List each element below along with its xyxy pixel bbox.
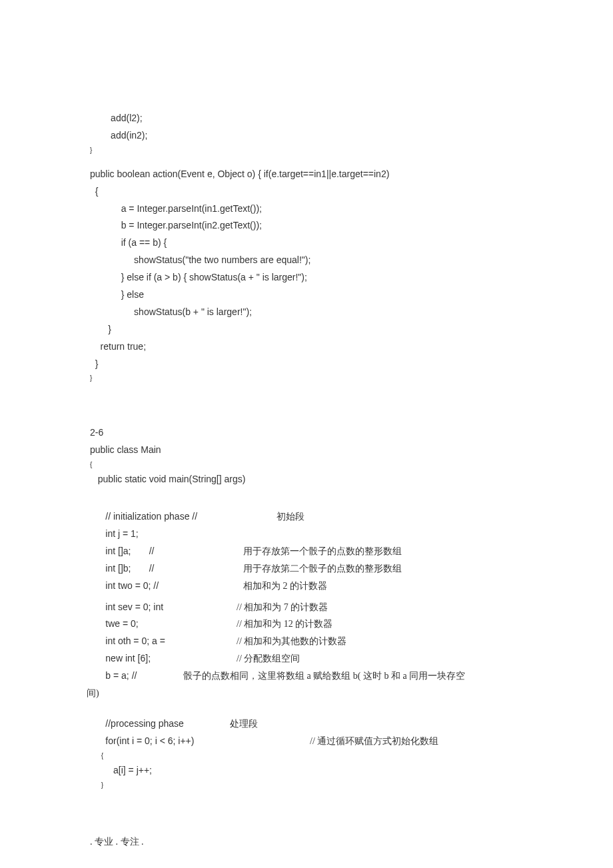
code-line: return true; — [90, 338, 523, 356]
code-block-1: add(l2); add(in2); } public boolean acti… — [90, 110, 523, 384]
code-left: int sev = 0; int — [90, 599, 237, 616]
code-line: } — [90, 145, 523, 157]
code-line: showStatus("the two numbers are equal!")… — [90, 252, 523, 269]
code-comment-row: twe = 0; // 相加和为 12 的计数器 — [90, 616, 523, 633]
code-line: { — [90, 459, 523, 471]
code-comment-row: int oth = 0; a = // 相加和为其他数的计数器 — [90, 633, 523, 650]
code-left: twe = 0; — [90, 616, 237, 633]
code-comment-row: // initialization phase // 初始段 — [90, 508, 523, 526]
comment-right: 处理段 — [230, 715, 258, 733]
comment-right: // 分配数组空间 — [237, 650, 300, 667]
code-line: showStatus(b + " is larger!"); — [90, 304, 523, 321]
comment-right: 骰子的点数相同，这里将数组 a 赋给数组 b( 这时 b 和 a 同用一块存空 — [183, 667, 465, 685]
code-line: 间) — [87, 685, 523, 702]
code-left: int []a; // — [90, 543, 243, 560]
code-left: // initialization phase // — [90, 508, 277, 526]
code-line: public static void main(String[] args) — [90, 471, 523, 488]
code-left: int oth = 0; a = — [90, 633, 237, 650]
code-left: for(int i = 0; i < 6; i++) — [90, 733, 310, 750]
code-left: int two = 0; // — [90, 578, 243, 595]
code-line: a[i] = j++; — [90, 762, 523, 779]
code-line: a = Integer.parseInt(in1.getText()); — [90, 201, 523, 218]
code-comment-row: int sev = 0; int // 相加和为 7 的计数器 — [90, 599, 523, 616]
code-line: int j = 1; — [90, 526, 523, 543]
code-line: public class Main — [90, 442, 523, 459]
code-line: } else — [90, 286, 523, 304]
code-comment-row: //processing phase 处理段 — [90, 715, 523, 733]
code-left: b = a; // — [90, 667, 183, 685]
code-line: } — [90, 372, 523, 384]
comment-right: 初始段 — [277, 508, 305, 526]
code-block-2: 2-6 public class Main { public static vo… — [90, 424, 523, 791]
comment-right: // 通过循环赋值方式初始化数组 — [310, 733, 438, 750]
code-line: } — [90, 321, 523, 338]
code-line: if (a == b) { — [90, 234, 523, 252]
code-line: { — [90, 750, 523, 762]
code-line: add(l2); — [90, 110, 523, 127]
comment-right: 用于存放第一个骰子的点数的整形数组 — [243, 543, 402, 560]
code-comment-row: for(int i = 0; i < 6; i++) // 通过循环赋值方式初始… — [90, 733, 523, 750]
code-comment-row: int []b; // 用于存放第二个骰子的点数的整形数组 — [90, 560, 523, 578]
code-comment-row: int two = 0; // 相加和为 2 的计数器 — [90, 578, 523, 595]
code-comment-row: new int [6]; // 分配数组空间 — [90, 650, 523, 667]
code-line: add(in2); — [90, 127, 523, 145]
page-footer: . 专业 . 专注 . — [90, 836, 144, 848]
code-comment-row: b = a; // 骰子的点数相同，这里将数组 a 赋给数组 b( 这时 b 和… — [90, 667, 523, 685]
comment-right: 用于存放第二个骰子的点数的整形数组 — [243, 560, 402, 578]
code-line: } — [90, 356, 523, 373]
code-line: } else if (a > b) { showStatus(a + " is … — [90, 269, 523, 286]
section-header: 2-6 — [90, 424, 523, 442]
code-left: new int [6]; — [90, 650, 237, 667]
code-line: b = Integer.parseInt(in2.getText()); — [90, 217, 523, 234]
comment-right: 相加和为 2 的计数器 — [243, 578, 327, 595]
code-line: public boolean action(Event e, Object o)… — [90, 166, 523, 183]
code-comment-row: int []a; // 用于存放第一个骰子的点数的整形数组 — [90, 543, 523, 560]
comment-right: // 相加和为其他数的计数器 — [237, 633, 346, 650]
code-left: int []b; // — [90, 560, 243, 578]
code-line: { — [90, 183, 523, 201]
comment-right: // 相加和为 7 的计数器 — [237, 599, 328, 616]
document-page: add(l2); add(in2); } public boolean acti… — [0, 0, 613, 868]
code-left: //processing phase — [90, 715, 230, 733]
code-line: } — [90, 779, 523, 791]
comment-right: // 相加和为 12 的计数器 — [237, 616, 332, 633]
